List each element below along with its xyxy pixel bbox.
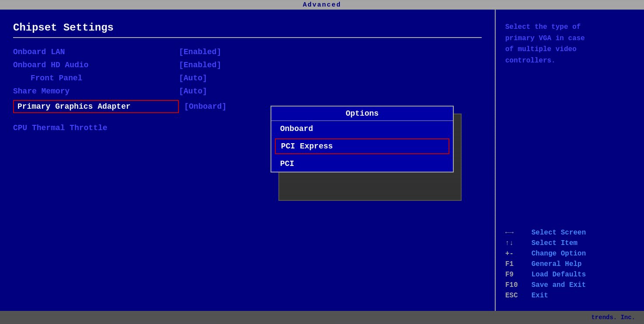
bottom-bar-text: trends. Inc. [591,314,635,321]
keybind-key-updown: ↑↓ [505,239,531,247]
setting-label-onboard-hd-audio[interactable]: Onboard HD Audio [13,61,179,69]
keybind-desc-select-item: Select Item [531,239,578,247]
keybind-key-f10: F10 [505,281,531,289]
keybind-change-option: +- Change Option [505,250,634,258]
keybind-key-f1: F1 [505,260,531,268]
dropdown-item-pci-express[interactable]: PCI Express [275,138,449,154]
setting-value-front-panel[interactable]: [Auto] [179,74,207,83]
bottom-bar: trends. Inc. [0,311,644,324]
top-bar: Advanced [0,0,644,10]
setting-row-share-memory: Share Memory [Auto] [13,87,482,96]
info-description: Select the type of primary VGA in case o… [505,22,634,66]
keybind-key-plusminus: +- [505,250,531,258]
keybind-select-screen: ←→ Select Screen [505,229,634,237]
dropdown-item-onboard[interactable]: Onboard [271,121,453,137]
dropdown-title-bar: Options [271,107,453,121]
keybindings: ←→ Select Screen ↑↓ Select Item +- Chang… [505,229,634,302]
keybind-desc-load-defaults: Load Defaults [531,271,586,279]
keybind-exit: ESC Exit [505,292,634,300]
setting-label-cpu-thermal[interactable]: CPU Thermal Throttle [13,124,179,132]
info-description-text: Select the type of primary VGA in case o… [505,23,585,65]
keybind-desc-general-help: General Help [531,260,582,268]
section-title: Chipset Settings [13,22,482,34]
keybind-desc-change-option: Change Option [531,250,586,258]
dropdown-item-pci[interactable]: PCI [271,156,453,172]
keybind-desc-exit: Exit [531,292,548,300]
keybind-key-esc: ESC [505,292,531,300]
setting-label-primary-graphics[interactable]: Primary Graphics Adapter [13,100,179,113]
setting-row-onboard-lan: Onboard LAN [Enabled] [13,48,482,56]
setting-label-onboard-lan[interactable]: Onboard LAN [13,48,179,56]
setting-label-front-panel[interactable]: Front Panel [13,74,179,83]
top-bar-title: Advanced [303,1,341,9]
setting-label-share-memory[interactable]: Share Memory [13,87,179,96]
setting-row-onboard-hd-audio: Onboard HD Audio [Enabled] [13,61,482,69]
left-panel: Chipset Settings Onboard LAN [Enabled] O… [0,10,496,311]
dropdown-box: Options Onboard PCI Express PCI [271,106,454,172]
keybind-desc-save-exit: Save and Exit [531,281,586,289]
keybind-load-defaults: F9 Load Defaults [505,271,634,279]
setting-value-primary-graphics[interactable]: [Onboard] [184,102,226,111]
divider [13,37,482,38]
setting-row-front-panel: Front Panel [Auto] [13,74,482,83]
keybind-general-help: F1 General Help [505,260,634,268]
keybind-desc-select-screen: Select Screen [531,229,586,237]
keybind-select-item: ↑↓ Select Item [505,239,634,247]
setting-value-onboard-lan[interactable]: [Enabled] [179,48,221,56]
keybind-key-arrows: ←→ [505,229,531,237]
main-layout: Chipset Settings Onboard LAN [Enabled] O… [0,10,644,311]
dropdown-title: Options [346,109,379,118]
right-panel: Select the type of primary VGA in case o… [496,10,644,311]
setting-value-share-memory[interactable]: [Auto] [179,87,207,96]
setting-value-onboard-hd-audio[interactable]: [Enabled] [179,61,221,69]
keybind-save-exit: F10 Save and Exit [505,281,634,289]
keybind-key-f9: F9 [505,271,531,279]
